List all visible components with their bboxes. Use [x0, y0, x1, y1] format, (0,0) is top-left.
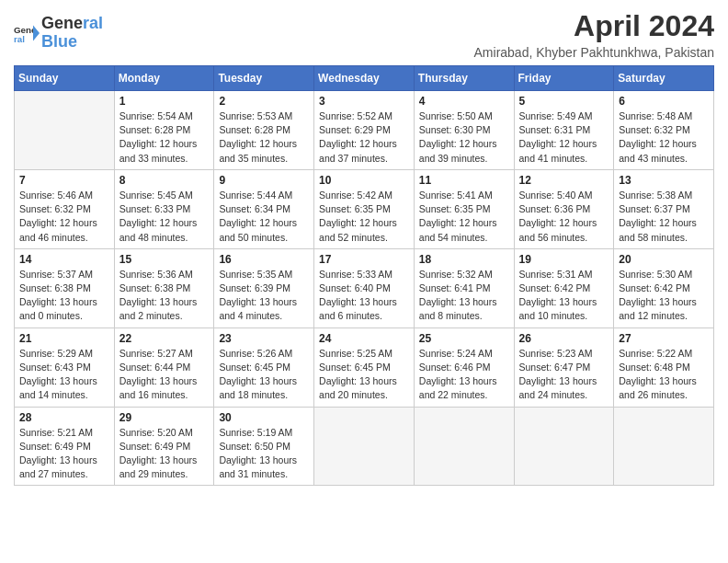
- day-info: Sunrise: 5:36 AMSunset: 6:38 PMDaylight:…: [119, 268, 210, 324]
- calendar-cell: 20Sunrise: 5:30 AMSunset: 6:42 PMDayligh…: [614, 248, 714, 327]
- calendar-cell: 10Sunrise: 5:42 AMSunset: 6:35 PMDayligh…: [314, 169, 415, 248]
- day-info: Sunrise: 5:46 AMSunset: 6:32 PMDaylight:…: [19, 189, 109, 245]
- day-info: Sunrise: 5:37 AMSunset: 6:38 PMDaylight:…: [19, 268, 109, 324]
- weekday-header: Friday: [514, 66, 614, 91]
- calendar-cell: 18Sunrise: 5:32 AMSunset: 6:41 PMDayligh…: [414, 248, 514, 327]
- calendar-table: SundayMondayTuesdayWednesdayThursdayFrid…: [14, 65, 714, 486]
- day-info: Sunrise: 5:35 AMSunset: 6:39 PMDaylight:…: [219, 268, 309, 324]
- logo-text2: Blue: [41, 33, 103, 52]
- calendar-cell: 7Sunrise: 5:46 AMSunset: 6:32 PMDaylight…: [15, 169, 115, 248]
- weekday-header: Tuesday: [214, 66, 314, 91]
- day-number: 2: [219, 95, 309, 108]
- calendar-cell: [414, 407, 514, 486]
- day-info: Sunrise: 5:25 AMSunset: 6:45 PMDaylight:…: [319, 347, 409, 403]
- day-number: 17: [319, 253, 409, 266]
- calendar-cell: 30Sunrise: 5:19 AMSunset: 6:50 PMDayligh…: [214, 407, 314, 486]
- day-number: 6: [619, 95, 709, 108]
- day-number: 30: [219, 411, 309, 424]
- day-number: 24: [319, 332, 409, 345]
- calendar-cell: 28Sunrise: 5:21 AMSunset: 6:49 PMDayligh…: [15, 407, 115, 486]
- calendar-cell: [15, 91, 115, 170]
- calendar-cell: 12Sunrise: 5:40 AMSunset: 6:36 PMDayligh…: [514, 169, 614, 248]
- logo-text: General: [41, 15, 103, 33]
- weekday-header: Thursday: [414, 66, 514, 91]
- calendar-cell: 8Sunrise: 5:45 AMSunset: 6:33 PMDaylight…: [114, 169, 214, 248]
- day-number: 11: [419, 174, 509, 187]
- calendar-cell: [614, 407, 714, 486]
- day-info: Sunrise: 5:29 AMSunset: 6:43 PMDaylight:…: [19, 347, 109, 403]
- day-info: Sunrise: 5:23 AMSunset: 6:47 PMDaylight:…: [519, 347, 609, 403]
- svg-text:ral: ral: [14, 34, 25, 44]
- calendar-cell: 25Sunrise: 5:24 AMSunset: 6:46 PMDayligh…: [414, 327, 514, 407]
- day-info: Sunrise: 5:48 AMSunset: 6:32 PMDaylight:…: [619, 109, 709, 166]
- day-number: 8: [119, 174, 210, 187]
- calendar-cell: 24Sunrise: 5:25 AMSunset: 6:45 PMDayligh…: [314, 327, 415, 407]
- day-info: Sunrise: 5:19 AMSunset: 6:50 PMDaylight:…: [219, 426, 309, 482]
- subtitle: Amirabad, Khyber Pakhtunkhwa, Pakistan: [474, 45, 714, 60]
- calendar-cell: 2Sunrise: 5:53 AMSunset: 6:28 PMDaylight…: [214, 91, 314, 170]
- day-info: Sunrise: 5:41 AMSunset: 6:35 PMDaylight:…: [419, 189, 509, 245]
- day-number: 21: [19, 332, 109, 345]
- day-info: Sunrise: 5:52 AMSunset: 6:29 PMDaylight:…: [319, 109, 409, 166]
- day-info: Sunrise: 5:31 AMSunset: 6:42 PMDaylight:…: [519, 268, 609, 324]
- calendar-cell: 11Sunrise: 5:41 AMSunset: 6:35 PMDayligh…: [414, 169, 514, 248]
- weekday-header: Wednesday: [314, 66, 415, 91]
- day-number: 12: [519, 174, 609, 187]
- calendar-cell: 3Sunrise: 5:52 AMSunset: 6:29 PMDaylight…: [314, 91, 415, 170]
- day-number: 18: [419, 253, 509, 266]
- calendar-cell: 16Sunrise: 5:35 AMSunset: 6:39 PMDayligh…: [214, 248, 314, 327]
- calendar-cell: 27Sunrise: 5:22 AMSunset: 6:48 PMDayligh…: [614, 327, 714, 407]
- weekday-header: Saturday: [614, 66, 714, 91]
- logo-icon: Gene ral: [14, 20, 40, 46]
- day-info: Sunrise: 5:24 AMSunset: 6:46 PMDaylight:…: [419, 347, 509, 403]
- calendar-cell: 17Sunrise: 5:33 AMSunset: 6:40 PMDayligh…: [314, 248, 415, 327]
- day-info: Sunrise: 5:21 AMSunset: 6:49 PMDaylight:…: [19, 426, 109, 482]
- day-number: 10: [319, 174, 409, 187]
- calendar-cell: 22Sunrise: 5:27 AMSunset: 6:44 PMDayligh…: [114, 327, 214, 407]
- main-title: April 2024: [474, 9, 714, 43]
- title-block: April 2024 Amirabad, Khyber Pakhtunkhwa,…: [474, 9, 714, 60]
- calendar-cell: 21Sunrise: 5:29 AMSunset: 6:43 PMDayligh…: [15, 327, 115, 407]
- calendar-week-row: 1Sunrise: 5:54 AMSunset: 6:28 PMDaylight…: [15, 91, 714, 170]
- day-number: 27: [619, 332, 709, 345]
- day-number: 20: [619, 253, 709, 266]
- day-info: Sunrise: 5:44 AMSunset: 6:34 PMDaylight:…: [219, 189, 309, 245]
- day-number: 22: [119, 332, 210, 345]
- day-info: Sunrise: 5:20 AMSunset: 6:49 PMDaylight:…: [119, 426, 210, 482]
- calendar-cell: 23Sunrise: 5:26 AMSunset: 6:45 PMDayligh…: [214, 327, 314, 407]
- day-info: Sunrise: 5:32 AMSunset: 6:41 PMDaylight:…: [419, 268, 509, 324]
- day-number: 29: [119, 411, 210, 424]
- day-number: 26: [519, 332, 609, 345]
- day-number: 15: [119, 253, 210, 266]
- calendar-week-row: 28Sunrise: 5:21 AMSunset: 6:49 PMDayligh…: [15, 407, 714, 486]
- day-info: Sunrise: 5:30 AMSunset: 6:42 PMDaylight:…: [619, 268, 709, 324]
- day-info: Sunrise: 5:33 AMSunset: 6:40 PMDaylight:…: [319, 268, 409, 324]
- day-number: 7: [19, 174, 109, 187]
- header: Gene ral General Blue April 2024 Amiraba…: [14, 9, 714, 60]
- day-number: 5: [519, 95, 609, 108]
- calendar-cell: 4Sunrise: 5:50 AMSunset: 6:30 PMDaylight…: [414, 91, 514, 170]
- day-info: Sunrise: 5:42 AMSunset: 6:35 PMDaylight:…: [319, 189, 409, 245]
- calendar-cell: 5Sunrise: 5:49 AMSunset: 6:31 PMDaylight…: [514, 91, 614, 170]
- day-number: 23: [219, 332, 309, 345]
- calendar-cell: 1Sunrise: 5:54 AMSunset: 6:28 PMDaylight…: [114, 91, 214, 170]
- day-info: Sunrise: 5:50 AMSunset: 6:30 PMDaylight:…: [419, 109, 509, 166]
- weekday-header: Monday: [114, 66, 214, 91]
- day-info: Sunrise: 5:26 AMSunset: 6:45 PMDaylight:…: [219, 347, 309, 403]
- calendar-week-row: 14Sunrise: 5:37 AMSunset: 6:38 PMDayligh…: [15, 248, 714, 327]
- calendar-cell: 6Sunrise: 5:48 AMSunset: 6:32 PMDaylight…: [614, 91, 714, 170]
- day-number: 16: [219, 253, 309, 266]
- calendar-cell: 14Sunrise: 5:37 AMSunset: 6:38 PMDayligh…: [15, 248, 115, 327]
- day-number: 13: [619, 174, 709, 187]
- day-number: 3: [319, 95, 409, 108]
- calendar-week-row: 7Sunrise: 5:46 AMSunset: 6:32 PMDaylight…: [15, 169, 714, 248]
- day-number: 1: [119, 95, 210, 108]
- calendar-cell: 15Sunrise: 5:36 AMSunset: 6:38 PMDayligh…: [114, 248, 214, 327]
- logo: Gene ral General Blue: [14, 15, 103, 52]
- weekday-header: Sunday: [15, 66, 115, 91]
- calendar-cell: 26Sunrise: 5:23 AMSunset: 6:47 PMDayligh…: [514, 327, 614, 407]
- day-number: 14: [19, 253, 109, 266]
- day-number: 25: [419, 332, 509, 345]
- day-info: Sunrise: 5:40 AMSunset: 6:36 PMDaylight:…: [519, 189, 609, 245]
- day-info: Sunrise: 5:22 AMSunset: 6:48 PMDaylight:…: [619, 347, 709, 403]
